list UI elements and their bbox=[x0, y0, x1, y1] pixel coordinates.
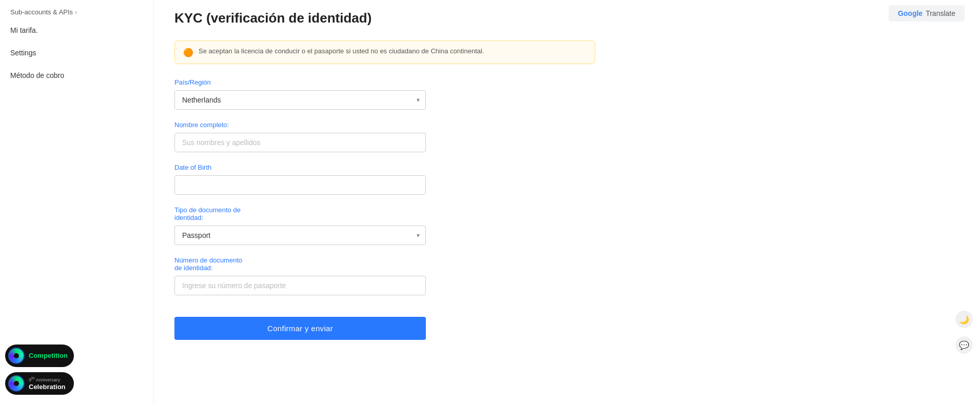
doc-type-select[interactable]: Passport Driver's License National ID bbox=[174, 226, 426, 245]
dob-label: Date of Birth bbox=[174, 164, 426, 171]
competition-icon bbox=[8, 348, 25, 364]
doc-number-section: Número de documentode identidad: bbox=[174, 256, 426, 295]
doc-type-section: Tipo de documento deidentidad: Passport … bbox=[174, 206, 426, 245]
main-content: Google Translate KYC (verificación de id… bbox=[154, 0, 980, 405]
sidebar-item-mi-tarifa[interactable]: Mi tarifa. bbox=[0, 19, 153, 42]
translate-widget[interactable]: Google Translate bbox=[889, 5, 965, 22]
google-label: Google bbox=[898, 9, 923, 17]
fullname-input[interactable] bbox=[174, 133, 426, 152]
fullname-section: Nombre completo: bbox=[174, 121, 426, 152]
anniversary-icon bbox=[8, 375, 25, 392]
competition-label: Competition bbox=[29, 352, 68, 360]
sidebar-item-label: Settings bbox=[10, 49, 36, 57]
country-section: País/Región Netherlands Spain France Ger… bbox=[174, 78, 426, 110]
fullname-label: Nombre completo: bbox=[174, 121, 426, 129]
dob-input[interactable]: 2022-06-09 bbox=[174, 175, 426, 195]
sidebar-banners: Competition 9th Anniversary Celebration bbox=[5, 345, 74, 395]
sidebar: Sub-accounts & APIs ‹ Mi tarifa. Setting… bbox=[0, 0, 154, 405]
main-inner: KYC (verificación de identidad) 🟠 Se ace… bbox=[154, 0, 616, 360]
right-icons: 🌙 💬 bbox=[955, 311, 973, 354]
doc-type-label: Tipo de documento deidentidad: bbox=[174, 206, 426, 221]
sidebar-item-label: Método de cobro bbox=[10, 71, 64, 79]
doc-number-label: Número de documentode identidad: bbox=[174, 256, 426, 272]
alert-text: Se aceptan la licencia de conducir o el … bbox=[199, 47, 484, 55]
submit-button[interactable]: Confirmar y enviar bbox=[174, 317, 426, 340]
country-select-wrapper: Netherlands Spain France Germany United … bbox=[174, 90, 426, 110]
sidebar-subaccounts-nav[interactable]: Sub-accounts & APIs ‹ bbox=[0, 5, 153, 19]
doc-type-select-wrapper: Passport Driver's License National ID ▾ bbox=[174, 226, 426, 245]
anniversary-label: Celebration bbox=[29, 383, 66, 391]
translate-label: Translate bbox=[926, 9, 955, 17]
sidebar-item-settings[interactable]: Settings bbox=[0, 42, 153, 64]
competition-banner[interactable]: Competition bbox=[5, 345, 74, 367]
support-icon[interactable]: 💬 bbox=[955, 336, 973, 354]
chevron-left-icon: ‹ bbox=[75, 9, 77, 16]
anniversary-label-top: 9th Anniversary bbox=[29, 376, 66, 383]
moon-icon[interactable]: 🌙 bbox=[955, 311, 973, 328]
country-select[interactable]: Netherlands Spain France Germany United … bbox=[174, 90, 426, 110]
page-title: KYC (verificación de identidad) bbox=[174, 10, 595, 26]
dob-section: Date of Birth 2022-06-09 bbox=[174, 164, 426, 195]
anniversary-banner[interactable]: 9th Anniversary Celebration bbox=[5, 372, 74, 395]
sidebar-item-label: Mi tarifa. bbox=[10, 26, 38, 34]
doc-number-input[interactable] bbox=[174, 276, 426, 295]
sidebar-item-metodo-cobro[interactable]: Método de cobro bbox=[0, 64, 153, 87]
country-label: País/Región bbox=[174, 78, 426, 86]
alert-icon: 🟠 bbox=[183, 48, 193, 57]
competition-banner-text: Competition bbox=[29, 352, 68, 360]
alert-banner: 🟠 Se aceptan la licencia de conducir o e… bbox=[174, 40, 595, 64]
anniversary-banner-text: 9th Anniversary Celebration bbox=[29, 376, 66, 391]
sidebar-subaccounts-label: Sub-accounts & APIs bbox=[10, 8, 73, 16]
